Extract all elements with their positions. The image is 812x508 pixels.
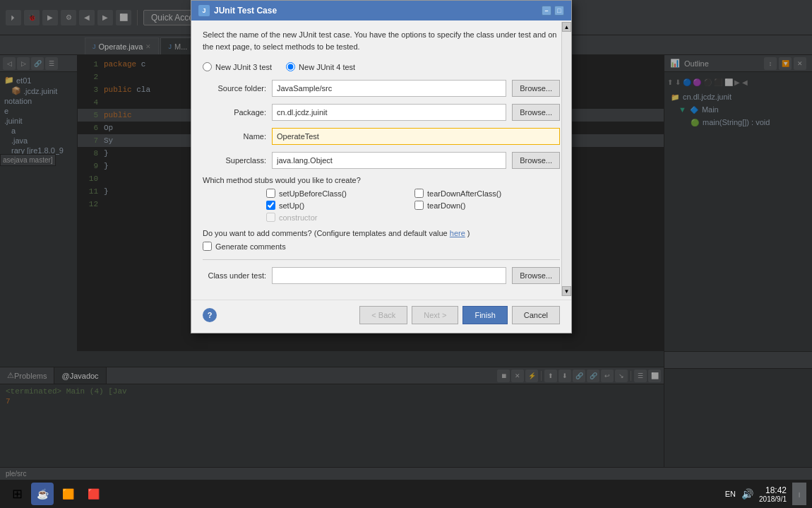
package-label: Package:	[203, 108, 266, 117]
dialog-overlay: J JUnit Test Case – □ Select the name of…	[0, 0, 812, 480]
dialog-title-icon: J	[198, 5, 210, 16]
stub-teardown-input[interactable]	[414, 201, 424, 210]
superclass-label: Superclass:	[203, 156, 266, 165]
scroll-up-btn[interactable]: ▲	[562, 22, 571, 32]
class-under-test-browse[interactable]: Browse...	[512, 267, 560, 284]
stub-teardownafterclass-input[interactable]	[414, 189, 424, 198]
help-button[interactable]: ?	[203, 308, 217, 322]
stub-setupbeforeclass-input[interactable]	[266, 189, 275, 198]
dialog-title-bar: J JUnit Test Case – □	[191, 1, 571, 20]
package-row: Package: Browse...	[203, 104, 560, 121]
stubs-grid: setUpBeforeClass() tearDownAfterClass() …	[203, 189, 560, 222]
class-under-test-row: Class under test: Browse...	[203, 267, 560, 284]
source-folder-browse[interactable]: Browse...	[512, 80, 560, 97]
stub-teardownafterclass[interactable]: tearDownAfterClass()	[414, 189, 560, 198]
next-button[interactable]: Next >	[412, 306, 458, 324]
superclass-input[interactable]	[272, 152, 506, 169]
name-row: Name:	[203, 128, 560, 145]
taskbar-date: 2018/9/1	[759, 495, 787, 503]
stub-constructor[interactable]: constructor	[266, 213, 412, 222]
radio-junit3[interactable]: New JUnit 3 test	[203, 62, 272, 71]
dialog-title-controls: – □	[542, 6, 564, 16]
comments-link[interactable]: here	[450, 229, 465, 237]
dialog-body: Select the name of the new JUnit test ca…	[191, 20, 571, 300]
name-label: Name:	[203, 132, 266, 141]
dialog-restore-btn[interactable]: □	[554, 6, 564, 16]
dialog-title: JUnit Test Case	[214, 6, 277, 16]
package-input[interactable]	[272, 104, 506, 121]
class-under-test-input[interactable]	[272, 267, 506, 284]
back-button[interactable]: < Back	[359, 306, 407, 324]
dialog-scrollbar[interactable]: ▲ ▼	[561, 22, 571, 296]
taskbar-clock: 18:42 2018/9/1	[759, 485, 787, 503]
comments-text: Do you want to add comments? (Configure …	[203, 229, 560, 237]
finish-button[interactable]: Finish	[462, 306, 507, 324]
radio-junit4-input[interactable]	[286, 62, 295, 71]
stub-constructor-input[interactable]	[266, 213, 275, 222]
taskbar-systray: EN 🔊 18:42 2018/9/1 |	[725, 483, 806, 505]
comments-section: Do you want to add comments? (Configure …	[203, 229, 560, 251]
cancel-button[interactable]: Cancel	[512, 306, 560, 324]
dialog-minimize-btn[interactable]: –	[542, 6, 551, 16]
stub-setup-input[interactable]	[266, 201, 275, 210]
stubs-section: Which method stubs would you like to cre…	[203, 176, 560, 222]
generate-comments-label[interactable]: Generate comments	[203, 242, 560, 251]
taskbar-app-1[interactable]: ☕	[31, 483, 54, 505]
package-browse[interactable]: Browse...	[512, 104, 560, 121]
taskbar-show-desktop[interactable]: |	[792, 483, 806, 505]
generate-comments-input[interactable]	[203, 242, 212, 251]
generate-comments-row: Generate comments	[203, 242, 560, 251]
taskbar-time: 18:42	[765, 485, 787, 495]
source-folder-label: Source folder:	[203, 84, 266, 93]
taskbar: ⊞ ☕ 🟧 🟥 EN 🔊 18:42 2018/9/1 |	[0, 480, 812, 508]
class-under-test-label: Class under test:	[203, 271, 266, 280]
taskbar-volume-icon: 🔊	[741, 488, 753, 500]
scroll-down-btn[interactable]: ▼	[562, 286, 571, 296]
stub-setupbeforeclass[interactable]: setUpBeforeClass()	[266, 189, 412, 198]
taskbar-app-3[interactable]: 🟥	[82, 483, 105, 505]
source-folder-input[interactable]	[272, 80, 506, 97]
source-folder-row: Source folder: Browse...	[203, 80, 560, 97]
divider	[203, 259, 560, 260]
taskbar-language: EN	[725, 490, 736, 498]
dialog-description: Select the name of the new JUnit test ca…	[203, 29, 560, 52]
taskbar-app-2[interactable]: 🟧	[56, 483, 79, 505]
stub-teardown[interactable]: tearDown()	[414, 201, 560, 210]
radio-junit4[interactable]: New JUnit 4 test	[286, 62, 355, 71]
radio-junit3-input[interactable]	[203, 62, 212, 71]
superclass-row: Superclass: Browse...	[203, 152, 560, 169]
name-input[interactable]	[272, 128, 560, 145]
taskbar-start[interactable]: ⊞	[6, 483, 28, 505]
junit-dialog: J JUnit Test Case – □ Select the name of…	[191, 0, 572, 333]
stubs-title: Which method stubs would you like to cre…	[203, 176, 560, 184]
stub-setup[interactable]: setUp()	[266, 201, 412, 210]
superclass-browse[interactable]: Browse...	[512, 152, 560, 169]
radio-row: New JUnit 3 test New JUnit 4 test	[203, 62, 560, 71]
scroll-track[interactable]	[562, 32, 571, 286]
dialog-footer: ? < Back Next > Finish Cancel	[191, 300, 571, 333]
